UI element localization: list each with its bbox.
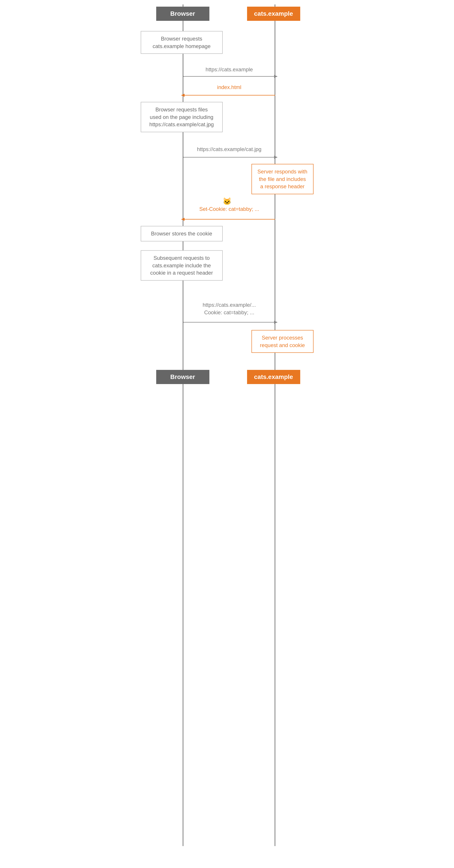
arrow5-svg bbox=[139, 319, 316, 326]
svg-marker-7 bbox=[181, 218, 185, 221]
annotation-box-5: Subsequent requests tocats.example inclu… bbox=[141, 250, 223, 281]
arrow4-label: Set-Cookie: cat=tabby; ... bbox=[185, 206, 274, 212]
footer-cats: cats.example bbox=[247, 370, 300, 384]
arrow4-emoji: 🐱 bbox=[214, 197, 240, 206]
svg-marker-9 bbox=[274, 321, 278, 324]
arrow1-svg bbox=[139, 73, 316, 80]
annotation-box-2: Browser requests filesused on the page i… bbox=[141, 102, 223, 132]
footer-browser-label: Browser bbox=[170, 373, 195, 380]
annotation-box-6: Server processesrequest and cookie bbox=[251, 330, 313, 353]
header-cats: cats.example bbox=[247, 7, 300, 21]
sequence-diagram: Browser cats.example Browser requestscat… bbox=[139, 4, 316, 846]
lifeline-cats bbox=[275, 4, 275, 846]
annotation-text-1: Browser requestscats.example homepage bbox=[153, 36, 211, 49]
browser-label: Browser bbox=[170, 10, 195, 17]
svg-marker-5 bbox=[274, 156, 278, 159]
arrow2-svg bbox=[139, 92, 316, 99]
header-browser: Browser bbox=[156, 7, 209, 21]
arrow1-label: https://cats.example bbox=[187, 66, 271, 73]
cats-label: cats.example bbox=[254, 10, 293, 17]
annotation-text-6: Server processesrequest and cookie bbox=[260, 335, 305, 348]
footer-cats-label: cats.example bbox=[254, 373, 293, 380]
annotation-box-4: Browser stores the cookie bbox=[141, 226, 223, 241]
svg-marker-1 bbox=[274, 75, 278, 78]
footer-browser: Browser bbox=[156, 370, 209, 384]
annotation-text-4: Browser stores the cookie bbox=[151, 230, 212, 237]
arrow2-label: index.html bbox=[187, 84, 271, 90]
annotation-box-3: Server responds withthe file and include… bbox=[251, 164, 313, 194]
annotation-text-2: Browser requests filesused on the page i… bbox=[149, 106, 214, 127]
annotation-text-5: Subsequent requests tocats.example inclu… bbox=[150, 255, 213, 276]
arrow3-svg bbox=[139, 154, 316, 161]
annotation-text-3: Server responds withthe file and include… bbox=[258, 168, 307, 189]
svg-marker-3 bbox=[181, 94, 185, 97]
annotation-box-1: Browser requestscats.example homepage bbox=[141, 31, 223, 54]
arrow3-label: https://cats.example/cat.jpg bbox=[187, 146, 271, 152]
arrow4-svg bbox=[139, 216, 316, 223]
arrow5-label: https://cats.example/... Cookie: cat=tab… bbox=[185, 301, 274, 316]
